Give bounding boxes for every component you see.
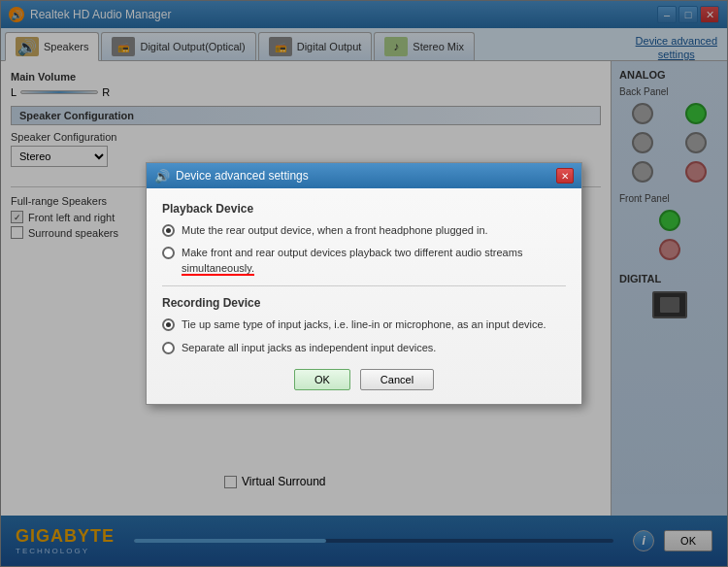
radio-2-underlined: simultaneously. [182,262,254,276]
dialog-body: Playback Device Mute the rear output dev… [147,188,581,404]
radio-2[interactable] [162,247,175,259]
recording-section-title: Recording Device [162,296,566,310]
radio-4[interactable] [162,342,175,354]
radio-2-label: Make front and rear output devices playb… [182,246,566,276]
dialog-divider [162,285,566,286]
radio-4-label: Separate all input jacks as independent … [182,341,436,355]
radio-row-3: Tie up same type of input jacks, i.e. li… [162,317,566,332]
dialog-ok-button[interactable]: OK [294,369,350,390]
playback-section-title: Playback Device [162,202,566,216]
dialog-icon: 🔊 [154,169,170,183]
device-advanced-dialog: 🔊 Device advanced settings ✕ Playback De… [146,162,582,405]
radio-row-4: Separate all input jacks as independent … [162,341,566,355]
radio-1[interactable] [162,224,175,237]
radio-1-label: Mute the rear output device, when a fron… [182,223,488,238]
modal-overlay: 🔊 Device advanced settings ✕ Playback De… [0,0,728,567]
dialog-footer: OK Cancel [162,369,566,390]
radio-row-1: Mute the rear output device, when a fron… [162,223,566,238]
radio-3[interactable] [162,318,175,331]
dialog-title: Device advanced settings [176,169,556,183]
dialog-cancel-button[interactable]: Cancel [360,369,434,390]
radio-3-label: Tie up same type of input jacks, i.e. li… [182,317,546,332]
dialog-title-bar: 🔊 Device advanced settings ✕ [147,163,581,188]
radio-row-2: Make front and rear output devices playb… [162,246,566,276]
dialog-close-button[interactable]: ✕ [556,168,574,183]
